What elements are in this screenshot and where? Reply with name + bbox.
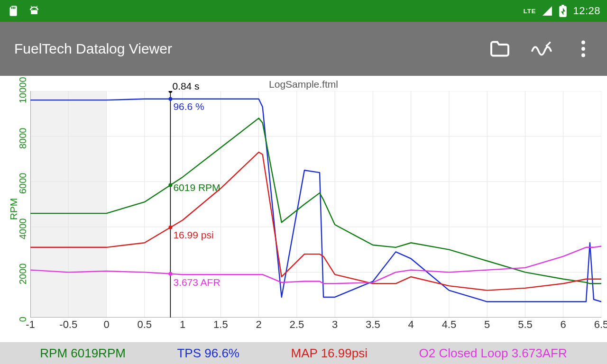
- x-tick: 4.5: [442, 318, 457, 331]
- status-right: LTE 12:28: [524, 5, 600, 17]
- chart-plot[interactable]: 0.84 s 96.6 % 6019 RPM 16.99 psi 3.673 A…: [30, 91, 601, 318]
- x-tick: 3.5: [366, 318, 380, 331]
- x-tick: 3: [332, 318, 338, 331]
- x-tick: 4: [408, 318, 414, 331]
- status-left: [7, 4, 41, 18]
- folder-open-icon: [489, 40, 510, 57]
- open-folder-button[interactable]: [489, 38, 510, 59]
- readout-tps[interactable]: TPS 96.6%: [177, 346, 239, 361]
- cursor-afr-annot: 3.673 AFR: [173, 277, 220, 288]
- app-toolbar: FuelTech Datalog Viewer: [0, 22, 607, 76]
- more-vert-icon: [581, 40, 586, 57]
- x-tick: 5.5: [518, 318, 533, 331]
- cursor-tps-annot: 96.6 %: [173, 101, 204, 112]
- readout-bar: RPM 6019RPM TPS 96.6% MAP 16.99psi O2 Cl…: [0, 342, 607, 364]
- lte-label: LTE: [524, 8, 536, 15]
- svg-point-33: [168, 226, 172, 229]
- y-tick: 10000: [18, 90, 28, 103]
- x-tick: -1: [26, 318, 35, 331]
- x-tick: 5: [484, 318, 490, 331]
- y-tick: 4000: [18, 226, 28, 239]
- y-tick: 2000: [18, 271, 28, 284]
- x-tick: 0: [103, 318, 109, 331]
- wave-icon: [531, 41, 552, 56]
- chart-settings-button[interactable]: [531, 38, 552, 59]
- signal-icon: [542, 5, 553, 17]
- readout-rpm[interactable]: RPM 6019RPM: [40, 346, 126, 361]
- svg-point-3: [581, 54, 585, 57]
- cursor-map-annot: 16.99 psi: [173, 229, 213, 241]
- toolbar-title: FuelTech Datalog Viewer: [14, 41, 172, 57]
- svg-point-2: [581, 47, 585, 51]
- readout-afr[interactable]: O2 Closed Loop 3.673AFR: [419, 346, 567, 361]
- x-tick: 0.5: [138, 318, 152, 331]
- toolbar-actions: [489, 38, 594, 59]
- android-head-icon: [28, 4, 41, 18]
- x-tick: -0.5: [59, 318, 77, 331]
- svg-point-34: [168, 272, 172, 276]
- y-axis-label: RPM: [8, 198, 19, 220]
- x-tick: 6.5: [594, 318, 607, 331]
- status-clock: 12:28: [573, 5, 600, 17]
- chart-filename: LogSample.ftml: [0, 79, 607, 90]
- cursor-time-annot: 0.84 s: [172, 81, 199, 92]
- y-tick: 6000: [18, 181, 28, 194]
- svg-point-30: [168, 91, 172, 93]
- chart-area[interactable]: LogSample.ftml RPM 0.84 s 96.6 % 6019 RP…: [0, 76, 607, 342]
- svg-point-32: [168, 183, 172, 187]
- x-tick: 2: [256, 318, 261, 331]
- x-tick: 1.5: [213, 318, 228, 331]
- cursor-rpm-annot: 6019 RPM: [173, 182, 220, 193]
- x-tick: 6: [561, 318, 566, 331]
- chart-svg: [30, 91, 601, 318]
- svg-point-1: [581, 41, 585, 45]
- android-status-bar: LTE 12:28: [0, 0, 607, 22]
- svg-point-31: [168, 97, 172, 101]
- x-tick: 1: [180, 318, 185, 331]
- x-tick: 2.5: [290, 318, 304, 331]
- overflow-menu-button[interactable]: [573, 38, 594, 59]
- readout-map[interactable]: MAP 16.99psi: [291, 346, 368, 361]
- battery-charging-icon: [559, 5, 567, 17]
- sd-card-icon: [7, 5, 19, 17]
- y-tick: 8000: [18, 136, 28, 149]
